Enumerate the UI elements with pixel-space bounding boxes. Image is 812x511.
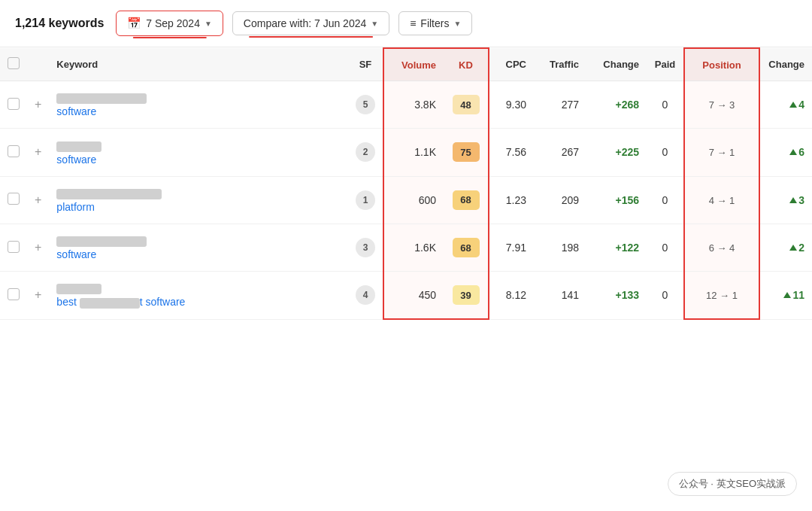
- row-keyword-cell: software: [49, 224, 348, 271]
- row-volume-cell: 1.1K: [383, 129, 444, 176]
- chevron-down-icon-compare: ▼: [371, 20, 378, 28]
- keyword-link[interactable]: software: [56, 105, 341, 117]
- keyword-link[interactable]: software: [56, 248, 341, 260]
- cpc-value: 1.23: [506, 194, 526, 206]
- cpc-value: 9.30: [506, 99, 526, 111]
- col-header-paid[interactable]: Paid: [647, 48, 684, 81]
- row-keyword-cell: platform: [49, 176, 348, 224]
- traffic-value: 277: [562, 99, 579, 111]
- add-keyword-button[interactable]: +: [35, 193, 41, 206]
- add-keyword-button[interactable]: +: [35, 241, 41, 254]
- row-checkbox[interactable]: [8, 193, 20, 205]
- keyword-blur: [56, 284, 102, 294]
- header-checkbox[interactable]: [8, 57, 20, 69]
- col-header-keyword[interactable]: Keyword: [49, 48, 348, 81]
- row-change-position-cell: 3: [759, 176, 812, 224]
- row-position-cell: 7 → 1: [684, 129, 759, 176]
- row-volume-cell: 450: [383, 272, 444, 320]
- row-checkbox-cell: [0, 129, 27, 176]
- row-add-cell: +: [27, 81, 49, 129]
- paid-value: 0: [662, 146, 668, 158]
- kd-badge: 68: [453, 190, 480, 210]
- cpc-value: 7.91: [506, 242, 526, 254]
- row-keyword-cell: software: [49, 81, 348, 129]
- position-value: 7 → 3: [709, 99, 735, 111]
- add-keyword-button[interactable]: +: [35, 98, 41, 111]
- row-position-cell: 4 → 1: [684, 176, 759, 224]
- compare-button[interactable]: Compare with: 7 Jun 2024 ▼: [232, 11, 389, 35]
- change-traffic-value: +133: [615, 289, 639, 301]
- row-checkbox[interactable]: [8, 98, 20, 110]
- keyword-blur: [56, 236, 147, 247]
- up-arrow-icon: [789, 197, 797, 203]
- volume-value: 1.6K: [414, 242, 436, 254]
- keyword-blur: [56, 141, 102, 152]
- filter-icon: ≡: [410, 17, 416, 29]
- keyword-link[interactable]: software: [56, 154, 341, 166]
- traffic-value: 209: [562, 194, 579, 206]
- row-change-traffic-cell: +122: [586, 224, 647, 271]
- volume-value: 1.1K: [414, 146, 436, 158]
- row-traffic-cell: 267: [534, 129, 586, 176]
- keyword-link[interactable]: best t software: [56, 296, 341, 308]
- kd-badge: 68: [453, 238, 480, 257]
- col-header-cpc[interactable]: CPC: [489, 48, 534, 81]
- row-volume-cell: 1.6K: [383, 224, 444, 271]
- row-sf-cell: 5: [348, 81, 383, 129]
- table-row: + platform 1 600 68 1.23 209 +156 0 4 → …: [0, 176, 812, 224]
- row-kd-cell: 75: [444, 129, 489, 176]
- row-change-traffic-cell: +268: [586, 81, 647, 129]
- keywords-count: 1,214 keywords: [15, 17, 104, 30]
- sf-badge: 2: [356, 142, 375, 162]
- col-header-change-position[interactable]: Change: [759, 48, 812, 81]
- sf-badge: 1: [356, 190, 375, 210]
- row-add-cell: +: [27, 176, 49, 224]
- row-checkbox[interactable]: [8, 241, 20, 253]
- keywords-table: Keyword SF Volume KD CPC Traffic Change …: [0, 47, 812, 320]
- col-header-kd[interactable]: KD: [444, 48, 489, 81]
- calendar-icon: 📅: [127, 17, 141, 30]
- change-position-value: 2: [768, 242, 804, 254]
- row-sf-cell: 2: [348, 129, 383, 176]
- traffic-value: 141: [562, 289, 579, 301]
- row-cpc-cell: 1.23: [489, 176, 534, 224]
- col-header-sf[interactable]: SF: [348, 48, 383, 81]
- add-keyword-button[interactable]: +: [35, 288, 41, 301]
- row-sf-cell: 3: [348, 224, 383, 271]
- add-keyword-button[interactable]: +: [35, 145, 41, 158]
- table-row: + best t software 4 450 39 8.12 141 +133…: [0, 272, 812, 320]
- up-arrow-icon: [783, 292, 791, 298]
- table-row: + software 5 3.8K 48 9.30 277 +268 0 7 →…: [0, 81, 812, 129]
- row-checkbox[interactable]: [8, 145, 20, 157]
- row-position-cell: 12 → 1: [684, 272, 759, 320]
- date-button[interactable]: 📅 7 Sep 2024 ▼: [116, 11, 223, 36]
- col-header-change-traffic[interactable]: Change: [586, 48, 647, 81]
- date-label: 7 Sep 2024: [146, 17, 200, 29]
- keyword-blur: [56, 189, 162, 199]
- row-position-cell: 6 → 4: [684, 224, 759, 271]
- row-cpc-cell: 7.91: [489, 224, 534, 271]
- kd-badge: 75: [453, 142, 480, 162]
- row-keyword-cell: best t software: [49, 272, 348, 320]
- row-kd-cell: 68: [444, 176, 489, 224]
- change-traffic-value: +225: [615, 146, 639, 158]
- row-change-traffic-cell: +133: [586, 272, 647, 320]
- row-traffic-cell: 198: [534, 224, 586, 271]
- col-header-volume[interactable]: Volume: [383, 48, 444, 81]
- keyword-blur: [56, 93, 147, 104]
- paid-value: 0: [662, 99, 668, 111]
- filters-button[interactable]: ≡ Filters ▼: [398, 11, 472, 35]
- row-change-traffic-cell: +156: [586, 176, 647, 224]
- col-header-traffic[interactable]: Traffic: [534, 48, 586, 81]
- col-header-position[interactable]: Position: [684, 48, 759, 81]
- row-change-position-cell: 2: [759, 224, 812, 271]
- volume-value: 600: [419, 194, 436, 206]
- row-paid-cell: 0: [647, 272, 684, 320]
- row-volume-cell: 3.8K: [383, 81, 444, 129]
- cpc-value: 7.56: [506, 146, 526, 158]
- keyword-link[interactable]: platform: [56, 201, 341, 213]
- up-arrow-icon: [789, 149, 797, 155]
- table-container: Keyword SF Volume KD CPC Traffic Change …: [0, 47, 812, 320]
- position-value: 12 → 1: [706, 290, 738, 301]
- row-checkbox[interactable]: [8, 288, 20, 300]
